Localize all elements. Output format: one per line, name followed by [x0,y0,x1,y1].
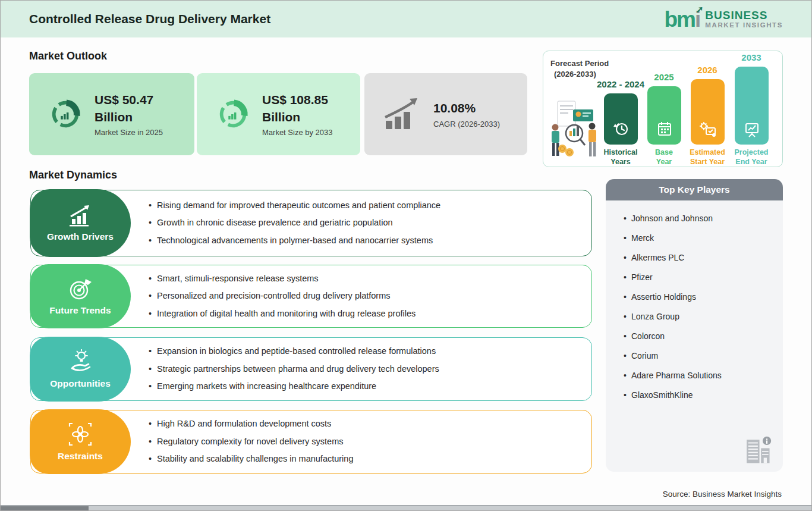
dynamics-row-growth-drivers: Growth Drivers Rising demand for improve… [30,190,592,256]
future-trends-bullets: Smart, stimuli-responsive release system… [149,265,582,327]
horizontal-scrollbar[interactable] [1,505,811,510]
estimated-start-year-bar [691,79,725,145]
bullet-item: Rising demand for improved therapeutic o… [149,200,582,211]
player-item: Adare Pharma Solutions [624,371,777,380]
growth-drivers-bullets: Rising demand for improved therapeutic o… [149,190,582,256]
dynamics-row-restraints: Restraints High R&D and formulation deve… [30,410,592,474]
logo-arrow-icon: ➚ [696,5,703,14]
source-note: Source: Business Market Insights [663,490,782,499]
donut-chart-icon [48,97,83,131]
player-item: Corium [624,351,777,360]
bullet-item: Integration of digital health and monito… [149,309,582,319]
player-item: Johnson and Johnson [624,214,777,223]
player-item: Assertio Holdings [624,292,777,302]
top-key-players-heading: Top Key Players [606,179,783,200]
restraints-pill: Restraints [30,409,131,474]
bullet-item: Growth in chronic disease prevalence and… [149,218,582,228]
market-size-2025-card: US$ 50.47 Billion Market Size in 2025 [29,73,194,155]
player-item: Pfizer [624,272,777,282]
bullet-item: Smart, stimuli-responsive release system… [149,274,582,284]
donut-chart-icon [216,97,250,131]
company-building-icon [742,434,772,467]
dynamics-row-title: Future Trends [49,305,111,316]
market-dynamics-heading: Market Dynamics [29,169,117,181]
forecast-bar-label: EstimatedStart Year [682,148,732,167]
market-size-value: US$ 50.47 Billion [95,92,163,126]
bullet-item: Technological advancements in polymer-ba… [149,236,582,246]
top-key-players-panel: Top Key Players Johnson and Johnson Merc… [606,179,783,472]
dynamics-row-title: Opportunities [50,378,111,389]
automation-gear-icon [699,121,717,137]
opportunities-pill: Opportunities [30,337,131,402]
bullet-item: Expansion in biologics and peptide-based… [149,346,582,356]
historical-years-bar [604,93,638,145]
constraint-knot-icon [68,422,93,447]
cagr-label: CAGR (2026-2033) [433,120,500,128]
top-key-players-list: Johnson and Johnson Merck Alkermes PLC P… [606,200,783,472]
bullet-item: Stability and scalability challenges in … [149,454,582,464]
dynamics-row-title: Growth Drivers [47,231,114,242]
future-trends-pill: Future Trends [30,264,131,328]
market-size-label: Market Size by 2033 [262,128,333,137]
presentation-board-icon [744,121,760,137]
calendar-icon [656,121,673,137]
growth-drivers-pill: Growth Drivers [30,189,131,257]
market-outlook-heading: Market Outlook [29,50,107,62]
restraints-bullets: High R&D and formulation development cos… [149,410,582,473]
market-size-2033-card: US$ 108.85 Billion Market Size by 2033 [197,73,360,155]
dynamics-row-future-trends: Future Trends Smart, stimuli-responsive … [30,265,592,328]
forecast-bar-label: ProjectedEnd Year [726,148,776,167]
bullet-item: Regulatory complexity for novel delivery… [149,437,582,447]
player-item: Colorcon [624,331,777,341]
infographic-page: Controlled Release Drug Delivery Market … [0,0,812,511]
cagr-card: 10.08% CAGR (2026-2033) [364,73,527,155]
idea-hand-icon [67,349,93,374]
history-clock-icon [613,121,630,137]
forecast-period-title: Forecast Period (2026-2033) [550,58,609,79]
player-item: Merck [624,233,777,243]
target-dart-icon [68,277,93,301]
player-item: GlaxoSmithKline [624,390,777,400]
growth-chart-icon [67,205,93,227]
bmi-logo-mark: bmi ➚ [665,8,700,30]
bullet-item: Personalized and precision-controlled dr… [149,291,582,301]
header-band: Controlled Release Drug Delivery Market … [1,1,811,37]
forecast-bar-label: BaseYear [639,148,689,167]
base-year-bar [647,86,681,145]
forecast-bar-label: HistoricalYears [596,148,646,167]
bullet-item: Strategic partnerships between pharma an… [149,364,582,374]
bmi-logo: bmi ➚ BUSINESS MARKET INSIGHTS [665,1,783,37]
forecast-period-panel: Forecast Period (2026-2033) [543,51,783,167]
opportunities-bullets: Expansion in biologics and peptide-based… [149,338,582,400]
dynamics-row-opportunities: Opportunities Expansion in biologics and… [30,337,592,401]
projected-end-year-bar [735,67,769,145]
scrollbar-thumb[interactable] [1,506,89,510]
forecast-year-label: 2026 [675,65,740,75]
bmi-logo-text: BUSINESS MARKET INSIGHTS [705,10,783,29]
bar-growth-arrow-icon [383,97,421,131]
bullet-item: Emerging markets with increasing healthc… [149,381,582,391]
market-size-value: US$ 108.85 Billion [262,92,333,126]
dynamics-row-title: Restraints [58,451,103,462]
forecast-year-label: 2033 [719,52,784,62]
market-size-label: Market Size in 2025 [95,128,163,137]
player-item: Lonza Group [624,312,777,321]
page-title: Controlled Release Drug Delivery Market [29,12,270,26]
cagr-value: 10.08% [433,100,500,117]
bullet-item: High R&D and formulation development cos… [149,419,582,429]
player-item: Alkermes PLC [624,253,777,262]
